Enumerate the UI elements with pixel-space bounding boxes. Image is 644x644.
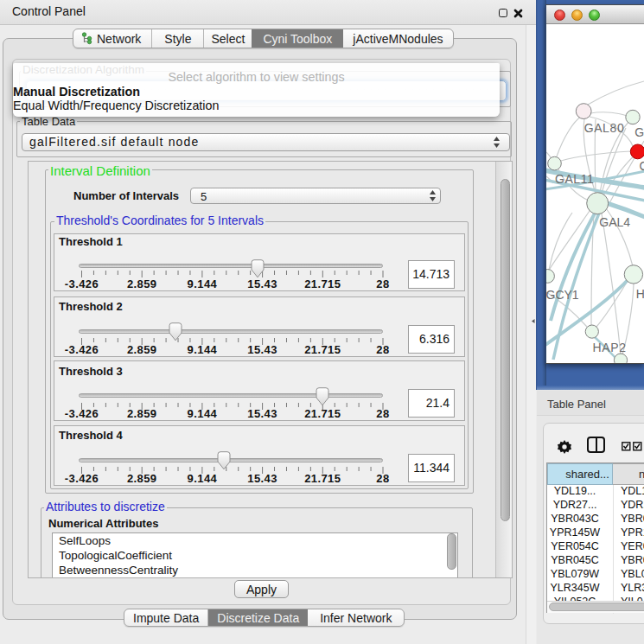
svg-text:HAP2: HAP2 bbox=[593, 341, 627, 354]
svg-text:C: C bbox=[640, 159, 644, 173]
svg-text:H: H bbox=[636, 287, 644, 301]
svg-text:GCY1: GCY1 bbox=[546, 288, 579, 302]
svg-text:GAL11: GAL11 bbox=[555, 172, 595, 186]
svg-text:GA: GA bbox=[634, 125, 644, 139]
svg-text:GAL4: GAL4 bbox=[599, 215, 630, 229]
svg-text:GAL80: GAL80 bbox=[584, 121, 625, 135]
